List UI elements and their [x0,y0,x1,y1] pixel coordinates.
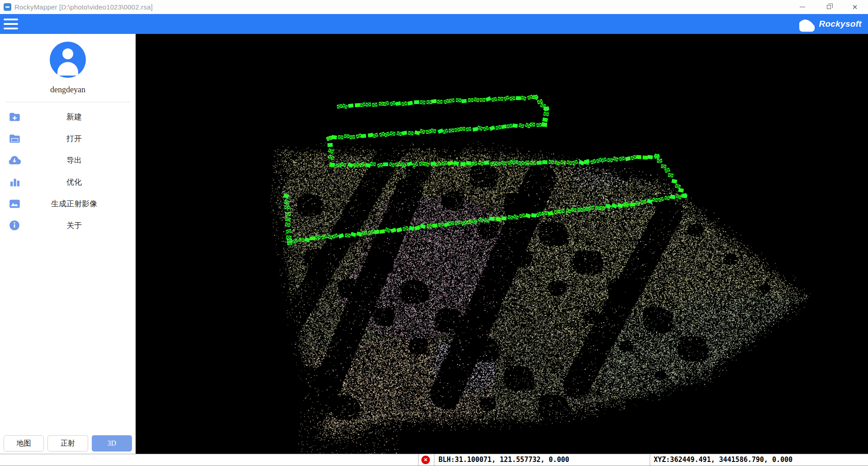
view-tab-bar: 地图 正射 3D [0,435,136,452]
sidebar-menu: 新建 打开 导出 优化 [0,106,136,236]
close-icon: ✕ [852,4,858,10]
restore-button[interactable] [816,0,842,14]
info-icon [8,219,21,232]
username: dengdeyan [0,85,136,95]
brand-logo: Rockysoft [799,16,862,32]
divider [5,102,130,102]
divider [650,454,650,466]
tab-map[interactable]: 地图 [4,435,44,452]
status-bar: ✕ BLH:31.100071, 121.557732, 0.000 XYZ:3… [0,454,868,466]
brand-name: Rockysoft [819,19,862,29]
blh-coordinates: BLH:31.100071, 121.557732, 0.000 [439,456,569,464]
tab-3d[interactable]: 3D [92,435,132,452]
profile-section: dengdeyan [0,34,136,102]
tab-ortho[interactable]: 正射 [47,435,88,452]
menu-item-export[interactable]: 导出 [0,149,136,171]
close-button[interactable]: ✕ [842,0,868,14]
ortho-image-icon [8,197,21,210]
error-status-icon: ✕ [421,456,430,464]
user-avatar-icon [50,42,86,78]
bar-chart-icon [8,176,21,188]
menu-item-about[interactable]: 关于 [0,214,136,236]
folder-plus-icon [8,110,21,123]
menu-item-orthophoto[interactable]: 生成正射影像 [0,193,136,214]
menu-item-open[interactable]: 打开 [0,128,136,149]
folder-open-icon [8,132,21,145]
app-bar: Rockysoft [0,14,868,34]
menu-item-optimize[interactable]: 优化 [0,171,136,193]
sidebar: dengdeyan 新建 打开 导出 [0,34,136,454]
menu-item-new[interactable]: 新建 [0,106,136,128]
divider [418,454,419,466]
hamburger-menu-icon[interactable] [4,19,18,29]
minimize-button[interactable] [789,0,816,14]
point-cloud-canvas[interactable] [136,34,868,454]
window-title: RockyMapper [D:\photo\video1023\0002.rsa… [14,3,153,11]
window-controls: ✕ [789,0,868,14]
rockysoft-logo-icon [799,16,815,32]
cloud-download-icon [8,154,21,166]
title-bar: RockyMapper [D:\photo\video1023\0002.rsa… [0,0,868,14]
app-icon [4,3,11,11]
restore-icon [827,5,831,9]
main-area: dengdeyan 新建 打开 导出 [0,34,868,454]
minimize-icon [800,7,805,7]
viewport-3d [136,34,868,454]
xyz-coordinates: XYZ:362449.491, 3441586.790, 0.000 [654,456,793,464]
divider [434,454,434,466]
